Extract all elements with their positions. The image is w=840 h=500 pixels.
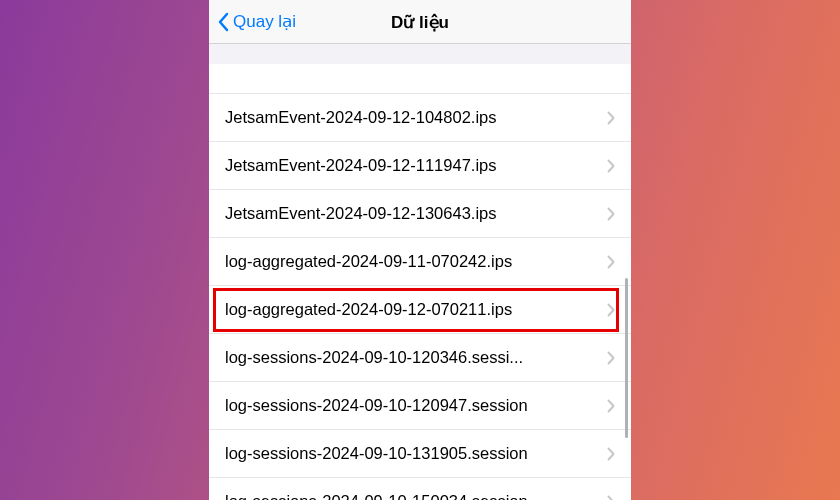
file-name: log-sessions-2024-09-10-120947.session <box>225 396 607 415</box>
file-name: JetsamEvent-2024-09-12-111947.ips <box>225 156 607 175</box>
list-item[interactable]: log-sessions-2024-09-10-131905.session <box>209 430 631 478</box>
list-item[interactable]: JetsamEvent-2024-09-12-104802.ips <box>209 94 631 142</box>
list-item[interactable]: log-aggregated-2024-09-12-070211.ips <box>209 286 631 334</box>
file-name: log-aggregated-2024-09-11-070242.ips <box>225 252 607 271</box>
phone-screen: Quay lại Dữ liệu JetsamEvent-2024-09-12-… <box>209 0 631 500</box>
file-name: JetsamEvent-2024-09-12-104802.ips <box>225 108 607 127</box>
page-title: Dữ liệu <box>391 11 449 32</box>
back-button[interactable]: Quay lại <box>209 11 296 32</box>
file-name: log-sessions-2024-09-10-150034.session <box>225 492 607 500</box>
nav-bar: Quay lại Dữ liệu <box>209 0 631 44</box>
file-name: log-sessions-2024-09-10-131905.session <box>225 444 607 463</box>
chevron-right-icon <box>607 111 615 125</box>
scrollbar[interactable] <box>625 278 628 438</box>
list-item[interactable]: log-sessions-2024-09-10-150034.session <box>209 478 631 500</box>
chevron-left-icon <box>217 12 229 32</box>
list-item[interactable]: JetsamEvent-2024-09-12-111947.ips <box>209 142 631 190</box>
chevron-right-icon <box>607 447 615 461</box>
file-name: JetsamEvent-2024-09-12-130643.ips <box>225 204 607 223</box>
back-label: Quay lại <box>233 11 296 32</box>
chevron-right-icon <box>607 303 615 317</box>
chevron-right-icon <box>607 351 615 365</box>
list-item[interactable]: log-aggregated-2024-09-11-070242.ips <box>209 238 631 286</box>
chevron-right-icon <box>607 207 615 221</box>
list-item[interactable]: log-sessions-2024-09-10-120346.sessi... <box>209 334 631 382</box>
file-name: log-sessions-2024-09-10-120346.sessi... <box>225 348 607 367</box>
chevron-right-icon <box>607 399 615 413</box>
list-item[interactable] <box>209 64 631 94</box>
list-item[interactable]: log-sessions-2024-09-10-120947.session <box>209 382 631 430</box>
chevron-right-icon <box>607 159 615 173</box>
file-list: JetsamEvent-2024-09-12-104802.ipsJetsamE… <box>209 64 631 500</box>
file-name: log-aggregated-2024-09-12-070211.ips <box>225 300 607 319</box>
chevron-right-icon <box>607 495 615 501</box>
chevron-right-icon <box>607 255 615 269</box>
list-item[interactable]: JetsamEvent-2024-09-12-130643.ips <box>209 190 631 238</box>
